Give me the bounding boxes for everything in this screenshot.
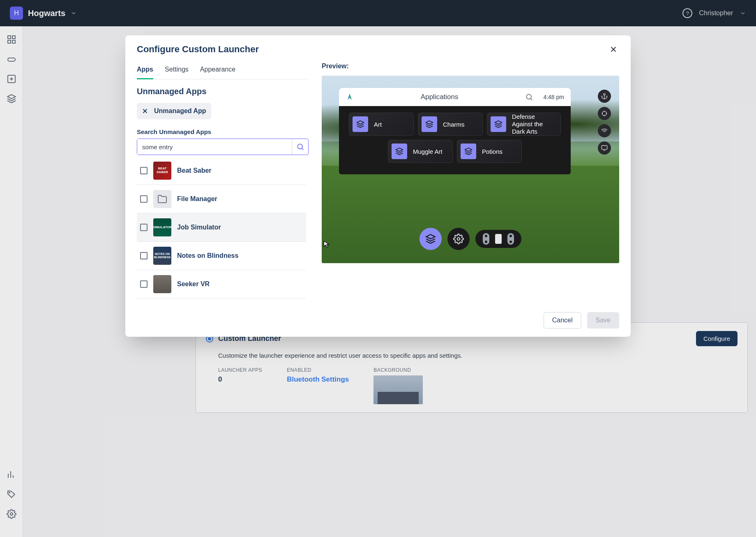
preview-tile: Defense Against the Dark Arts [487, 113, 561, 136]
app-icon: BEATSABER [153, 162, 171, 180]
svg-marker-26 [396, 148, 403, 151]
search-input[interactable] [137, 139, 292, 155]
checkbox[interactable] [140, 224, 148, 231]
preview-title: Applications [354, 93, 525, 101]
preview-time: 4:48 pm [543, 94, 564, 100]
layers-icon [392, 144, 407, 159]
filter-chip: Unmanaged App [137, 103, 211, 119]
preview-dock [419, 228, 521, 250]
controller-left-icon [483, 233, 489, 245]
section-title: Unmanaged Apps [137, 87, 309, 96]
preview-panel: Applications 4:48 pm Art Charms Defense … [339, 88, 571, 174]
cast-icon [598, 141, 611, 155]
preview-tile: Potions [457, 140, 522, 163]
svg-line-22 [531, 99, 532, 100]
left-column: Apps Settings Appearance Unmanaged Apps … [137, 62, 309, 301]
svg-point-28 [604, 93, 605, 95]
cancel-button[interactable]: Cancel [544, 312, 581, 329]
preview-label: Preview: [322, 62, 619, 70]
modal-title: Configure Custom Launcher [137, 44, 259, 55]
svg-point-18 [297, 144, 302, 149]
anchor-icon [598, 90, 611, 103]
controller-right-icon [507, 233, 514, 245]
app-row-seeker-vr[interactable]: Seeker VR [137, 270, 306, 299]
svg-line-19 [302, 148, 303, 150]
app-name: Notes on Blindness [177, 252, 238, 259]
svg-marker-23 [357, 121, 364, 124]
app-icon [153, 275, 171, 293]
app-row-file-manager[interactable]: File Manager [137, 185, 306, 213]
tab-settings[interactable]: Settings [165, 62, 189, 79]
svg-point-21 [527, 94, 532, 99]
tile-label: Muggle Art [413, 148, 443, 155]
svg-point-30 [602, 111, 607, 116]
preview-tile: Muggle Art [388, 140, 453, 163]
tile-label: Defense Against the Dark Arts [512, 113, 553, 135]
close-icon[interactable] [608, 44, 619, 55]
svg-marker-27 [465, 148, 472, 151]
svg-marker-38 [426, 234, 435, 239]
app-list[interactable]: BEATSABER Beat Saber File Manager SIMULA… [137, 157, 309, 301]
app-name: Seeker VR [177, 280, 210, 288]
chip-label: Unmanaged App [154, 107, 206, 115]
folder-icon [153, 190, 171, 208]
svg-rect-36 [602, 146, 607, 149]
modal-footer: Cancel Save [125, 304, 631, 337]
battery-icon [495, 234, 502, 244]
search-icon[interactable] [292, 139, 308, 155]
svg-marker-25 [495, 121, 502, 124]
layers-icon [353, 116, 368, 132]
tile-label: Charms [443, 121, 465, 128]
layers-icon [422, 116, 437, 132]
preview-search-icon [525, 93, 533, 101]
preview-tile: Charms [418, 113, 483, 136]
app-name: Job Simulator [177, 224, 221, 231]
app-row-beat-saber[interactable]: BEATSABER Beat Saber [137, 157, 306, 185]
preview-float-icons [598, 90, 611, 155]
right-column: Preview: Applications 4:48 pm Art [322, 62, 619, 301]
cursor-icon [323, 240, 331, 248]
preview-logo-icon [346, 93, 354, 101]
crosshair-icon [598, 107, 611, 120]
checkbox[interactable] [140, 280, 148, 288]
search-label: Search Unmanaged Apps [137, 128, 309, 135]
svg-point-39 [457, 238, 460, 241]
wifi-icon [598, 124, 611, 137]
app-row-job-simulator[interactable]: SIMULATOR Job Simulator [137, 213, 306, 242]
preview-tiles: Art Charms Defense Against the Dark Arts… [339, 106, 571, 174]
tabs: Apps Settings Appearance [137, 62, 309, 79]
app-name: File Manager [177, 195, 217, 203]
app-row-notes-blindness[interactable]: NOTES ONBLINDNESS Notes on Blindness [137, 242, 306, 270]
checkbox[interactable] [140, 252, 148, 259]
tab-apps[interactable]: Apps [137, 62, 153, 79]
dock-controllers [475, 230, 521, 248]
app-icon: NOTES ONBLINDNESS [153, 247, 171, 265]
checkbox[interactable] [140, 195, 148, 203]
app-row-streaming-assistant[interactable]: Streaming Assistant [137, 299, 306, 301]
preview-box: Applications 4:48 pm Art Charms Defense … [322, 76, 619, 263]
chip-close-icon[interactable] [140, 106, 150, 116]
tile-label: Art [374, 121, 382, 128]
app-name: Beat Saber [177, 167, 212, 174]
svg-marker-24 [426, 121, 433, 124]
search-box [137, 139, 309, 155]
tile-label: Potions [482, 148, 502, 155]
configure-launcher-modal: Configure Custom Launcher Apps Settings … [125, 35, 631, 337]
dock-layers-icon [419, 228, 442, 250]
save-button: Save [587, 312, 619, 329]
tab-appearance[interactable]: Appearance [200, 62, 235, 79]
app-icon: SIMULATOR [153, 218, 171, 236]
layers-icon [461, 144, 476, 159]
preview-tile: Art [349, 113, 414, 136]
checkbox[interactable] [140, 167, 148, 174]
dock-gear-icon [447, 228, 470, 250]
modal-overlay: Configure Custom Launcher Apps Settings … [0, 0, 756, 537]
layers-icon [491, 116, 506, 132]
